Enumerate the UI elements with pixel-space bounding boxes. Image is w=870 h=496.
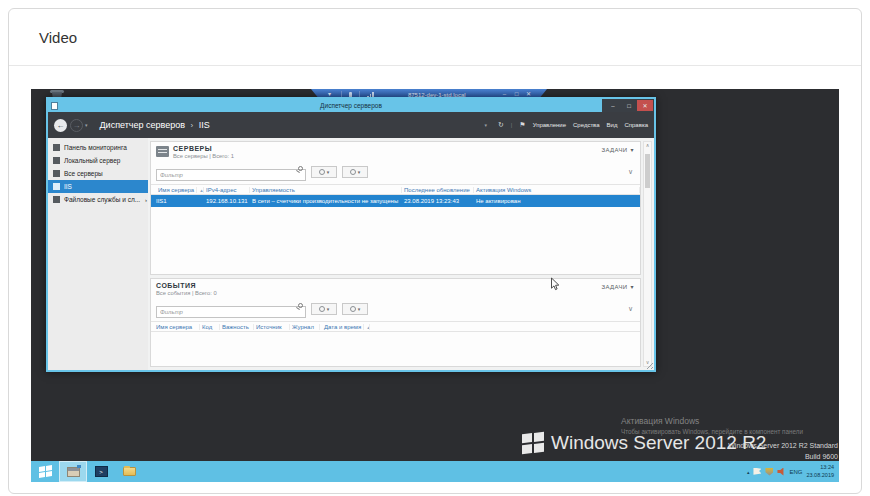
col-server-name[interactable]: Имя сервера▴ — [154, 187, 204, 193]
tasks-label: ЗАДАЧИ — [601, 284, 627, 290]
powershell-icon: > — [95, 466, 108, 477]
scrollbar-thumb[interactable] — [645, 154, 650, 188]
sidebar-item-all-servers[interactable]: Все серверы — [48, 167, 148, 180]
card-header: Video — [9, 9, 861, 66]
col-datetime[interactable]: Дата и время▴ — [320, 324, 370, 330]
query-icon — [319, 306, 325, 312]
taskbar-clock[interactable]: 13:24 23.08.2019 — [806, 464, 836, 479]
sort-up-icon: ▴ — [365, 324, 370, 330]
events-saved-queries-button[interactable]: ▾ — [311, 303, 337, 315]
sidebar-item-file-storage-services[interactable]: Файловые службы и сл... › — [48, 193, 148, 206]
activation-title: Активация Windows — [621, 416, 803, 426]
col-log[interactable]: Журнал — [290, 324, 320, 330]
sidebar-item-dashboard[interactable]: Панель мониторинга — [48, 141, 148, 154]
sidebar-item-iis[interactable]: IIS — [48, 180, 148, 193]
events-filter-input[interactable] — [156, 306, 306, 318]
menu-help[interactable]: Справка — [624, 122, 648, 128]
caret-down-icon: ▾ — [358, 306, 361, 312]
servers-saved-queries-button[interactable]: ▾ — [311, 166, 337, 178]
taskbar-explorer-button[interactable] — [115, 461, 143, 482]
action-center-icon[interactable] — [753, 468, 761, 476]
col-code[interactable]: Код — [200, 324, 220, 330]
breadcrumb: Диспетчер серверов › IIS — [100, 120, 210, 130]
language-indicator[interactable]: ENG — [789, 469, 802, 475]
col-manageability[interactable]: Управляемость — [250, 187, 402, 193]
caret-down-icon: ▾ — [327, 306, 330, 312]
local-server-icon — [53, 157, 60, 164]
sidebar-item-label: Локальный сервер — [64, 157, 120, 164]
events-collapse-icon[interactable]: ∨ — [628, 305, 635, 313]
sidebar-item-label: Файловые службы и сл... — [64, 196, 140, 203]
video-card: Video ▾ 87512-dev-1-std.local – □ ✕ — [8, 8, 862, 494]
servers-tile-icon — [156, 146, 169, 157]
all-servers-icon — [53, 170, 60, 177]
servers-filterbar: ▾ ▾ ∨ — [151, 160, 640, 184]
events-panel-header: СОБЫТИЯ Все события | Всего: 0 ЗАДАЧИ ▾ — [151, 279, 640, 297]
tasks-caret-icon: ▾ — [631, 146, 634, 153]
content-area: СЕРВЕРЫ Все серверы | Всего: 1 ЗАДАЧИ ▾ — [148, 138, 654, 370]
security-shield-icon[interactable] — [765, 468, 773, 476]
servers-save-filter-button[interactable]: ▾ — [342, 166, 368, 178]
events-subtitle: Все события | Всего: 0 — [156, 290, 217, 296]
menu-tools[interactable]: Средства — [573, 122, 600, 128]
breadcrumb-root[interactable]: Диспетчер серверов — [100, 120, 186, 130]
cell-server-name: IIS1 — [154, 198, 204, 204]
servers-table-header: Имя сервера▴ IPv4-адрес Управляемость По… — [151, 184, 640, 195]
navbar-menu: ▾ ↻ | ⚑ Управление Средства Вид Справка — [482, 121, 648, 129]
window-titlebar[interactable]: Диспетчер серверов – □ ✕ — [48, 99, 654, 112]
forward-button[interactable]: → — [70, 119, 83, 132]
col-server-name[interactable]: Имя сервера — [154, 324, 200, 330]
tray-expand-icon[interactable]: ▴ — [747, 469, 750, 475]
col-severity[interactable]: Важность — [220, 324, 254, 330]
notifications-flag-icon[interactable]: ⚑ — [519, 121, 525, 129]
maximize-button[interactable]: □ — [621, 100, 637, 111]
refresh-icon[interactable]: ↻ — [498, 121, 504, 129]
history-caret-icon[interactable]: ▾ — [85, 122, 88, 128]
menu-view[interactable]: Вид — [607, 122, 618, 128]
start-button[interactable] — [31, 461, 59, 482]
navigation-bar: ← → ▾ Диспетчер серверов › IIS ▾ ↻ | ⚑ У… — [48, 112, 654, 138]
window-body: Панель мониторинга Локальный сервер Все … — [48, 138, 654, 370]
events-save-filter-button[interactable]: ▾ — [342, 303, 368, 315]
volume-icon[interactable] — [777, 468, 785, 476]
servers-filter-input[interactable] — [156, 169, 306, 181]
breadcrumb-separator-icon: › — [191, 121, 194, 130]
filter-icon — [350, 306, 356, 312]
menu-manage[interactable]: Управление — [533, 122, 566, 128]
col-activation[interactable]: Активация Windows — [474, 187, 640, 193]
cell-manageability: В сети – счетчики производительности не … — [250, 198, 402, 204]
scroll-up-icon[interactable]: ∧ — [644, 142, 651, 149]
scroll-down-icon[interactable]: ∨ — [644, 359, 651, 366]
events-table-header: Имя сервера Код Важность Источник Журнал… — [151, 321, 640, 332]
window-title: Диспетчер серверов — [48, 102, 654, 109]
col-source[interactable]: Источник — [254, 324, 290, 330]
cell-ip: 192.168.10.131 — [204, 198, 250, 204]
clock-date: 23.08.2019 — [806, 472, 834, 479]
taskbar: > ▴ ENG 13:24 23.08.2019 — [31, 461, 839, 482]
search-icon — [298, 166, 303, 171]
taskbar-powershell-button[interactable]: > — [87, 461, 115, 482]
back-button[interactable]: ← — [54, 119, 67, 132]
events-tasks-button[interactable]: ЗАДАЧИ ▾ — [601, 283, 634, 290]
cell-activation: Не активирован — [474, 198, 640, 204]
remote-desktop: ▾ 87512-dev-1-std.local – □ ✕ Диспетчер … — [31, 89, 839, 482]
col-ipv4[interactable]: IPv4-адрес — [204, 187, 250, 193]
servers-tasks-button[interactable]: ЗАДАЧИ ▾ — [601, 146, 634, 153]
sidebar: Панель мониторинга Локальный сервер Все … — [48, 138, 148, 370]
tasks-caret-icon: ▾ — [631, 283, 634, 290]
windows-start-icon — [39, 465, 52, 478]
filter-icon — [350, 169, 356, 175]
content-scrollbar[interactable]: ∧ ∨ — [643, 141, 652, 367]
minimize-button[interactable]: – — [605, 100, 621, 111]
servers-panel-header: СЕРВЕРЫ Все серверы | Всего: 1 ЗАДАЧИ ▾ — [151, 142, 640, 160]
taskbar-server-manager-button[interactable] — [59, 461, 87, 482]
window-controls: – □ ✕ — [602, 99, 654, 112]
col-last-update[interactable]: Последнее обновление — [402, 187, 474, 193]
system-tray: ▴ ENG 13:24 23.08.2019 — [747, 464, 839, 479]
servers-collapse-icon[interactable]: ∨ — [628, 168, 635, 176]
close-button[interactable]: ✕ — [637, 100, 653, 111]
manage-caret-icon[interactable]: ▾ — [484, 122, 487, 128]
sidebar-item-local-server[interactable]: Локальный сервер — [48, 154, 148, 167]
server-row-selected[interactable]: IIS1 192.168.10.131 В сети – счетчики пр… — [151, 195, 640, 207]
cell-last-update: 23.08.2019 13:23:43 — [402, 198, 474, 204]
